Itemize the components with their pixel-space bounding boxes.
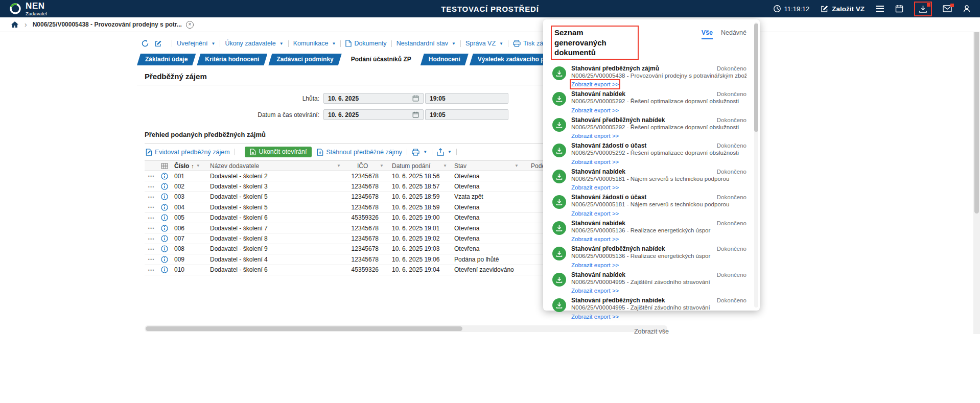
hamburger-icon <box>875 5 884 12</box>
show-export-link[interactable]: Zobrazit export >> <box>571 81 619 88</box>
home-icon[interactable] <box>11 21 19 28</box>
row-menu-icon[interactable]: ⋯ <box>145 172 158 180</box>
generated-doc-item: Stahování předběžných nabídek Dokončeno … <box>543 115 760 141</box>
header-cislo[interactable]: Číslo ↑ ▼ <box>171 162 207 170</box>
messages-button[interactable] <box>943 5 952 12</box>
header-ico[interactable]: IČO ▼ <box>344 162 387 170</box>
show-export-link[interactable]: Zobrazit export >> <box>571 132 619 139</box>
refresh-button[interactable] <box>141 39 149 48</box>
panel-scrollbar-thumb[interactable] <box>754 23 758 132</box>
tab[interactable]: Hodnocení <box>421 54 469 65</box>
info-icon[interactable] <box>158 225 171 232</box>
row-menu-icon[interactable]: ⋯ <box>145 235 158 243</box>
filter-caret-icon[interactable]: ▼ <box>443 163 450 168</box>
submission-date: 10. 6. 2025 18:56 <box>392 173 439 180</box>
ukoncit-oteviranie-button[interactable]: Ukončit otevírání <box>245 147 312 157</box>
caret-down-icon: ▼ <box>448 150 452 154</box>
doc-title: Stahování nabídek <box>571 168 625 175</box>
evidovat-button[interactable]: Evidovat předběžný zájem <box>146 149 230 156</box>
export-grid-button[interactable]: ▼ <box>437 148 452 156</box>
show-export-link[interactable]: Zobrazit export >> <box>571 210 619 217</box>
otevirani-date-field[interactable]: 10. 6. 2025 <box>323 109 424 120</box>
tab-vse[interactable]: Vše <box>702 29 713 39</box>
info-icon[interactable] <box>158 266 171 273</box>
show-export-link[interactable]: Zobrazit export >> <box>571 235 619 243</box>
calendar-icon[interactable] <box>412 111 419 118</box>
column-chooser-icon[interactable] <box>158 163 171 169</box>
row-menu-icon[interactable]: ⋯ <box>145 266 158 274</box>
info-icon[interactable] <box>158 235 171 242</box>
menu-ukony-zadavatele[interactable]: Úkony zadavatele ▼ <box>225 40 283 47</box>
show-export-link[interactable]: Zobrazit export >> <box>571 107 619 114</box>
show-export-link[interactable]: Zobrazit export >> <box>571 262 619 269</box>
calendar-button[interactable] <box>895 5 903 13</box>
nen-logo[interactable]: NEN Zadavatel <box>9 2 47 16</box>
tab[interactable]: Podání účastníků ZP <box>343 54 419 65</box>
tab-nedavne[interactable]: Nedávné <box>721 29 746 39</box>
download-doc-icon <box>317 149 323 156</box>
field-label-lhuta: Lhůta: <box>137 95 319 102</box>
ico-value: 12345678 <box>344 204 387 211</box>
filter-caret-icon[interactable]: ▼ <box>337 163 344 168</box>
header-nazev[interactable]: Název dodavatele ▼ <box>207 162 344 170</box>
row-menu-icon[interactable]: ⋯ <box>145 245 158 253</box>
filter-caret-icon[interactable]: ▼ <box>380 163 387 168</box>
menu-uverejneni[interactable]: Uveřejnění ▼ <box>177 40 215 47</box>
row-menu-icon[interactable]: ⋯ <box>145 193 158 201</box>
caret-down-icon: ▼ <box>211 41 215 46</box>
download-circle-icon <box>552 273 566 287</box>
vertical-scrollbar[interactable] <box>973 17 980 334</box>
info-icon[interactable] <box>158 214 171 221</box>
menu-label: Uveřejnění <box>177 40 207 47</box>
lhuta-time-field[interactable]: 19:05 <box>425 93 508 104</box>
horizontal-scrollbar-thumb[interactable] <box>146 326 462 331</box>
tab[interactable]: Kritéria hodnocení <box>197 54 267 65</box>
filter-caret-icon[interactable]: ▼ <box>515 163 522 168</box>
show-all-link[interactable]: Zobrazit vše <box>543 322 760 341</box>
info-icon[interactable] <box>158 204 171 211</box>
lhuta-date-field[interactable]: 10. 6. 2025 <box>323 93 424 104</box>
row-menu-icon[interactable]: ⋯ <box>145 183 158 191</box>
menu-komunikace[interactable]: Komunikace ▼ <box>293 40 336 47</box>
panel-scrollbar[interactable] <box>754 22 758 307</box>
info-icon[interactable] <box>158 183 171 190</box>
vertical-scrollbar-thumb[interactable] <box>974 19 979 214</box>
show-export-link[interactable]: Zobrazit export >> <box>571 184 619 191</box>
close-icon[interactable]: × <box>186 21 194 29</box>
show-export-link[interactable]: Zobrazit export >> <box>571 158 619 165</box>
cell-datum: 10. 6. 2025 19:03 <box>387 245 450 252</box>
show-export-link[interactable]: Zobrazit export >> <box>571 313 619 320</box>
header-datum[interactable]: Datum podání ▼ <box>387 162 450 170</box>
print-grid-button[interactable]: ▼ <box>412 149 427 156</box>
cell-cislo: 007 <box>171 235 207 242</box>
header-stav[interactable]: Stav ▼ <box>450 162 522 170</box>
info-icon[interactable] <box>158 193 171 200</box>
menu-nestandardni-stav[interactable]: Nestandardní stav ▼ <box>396 40 456 47</box>
info-icon[interactable] <box>158 245 171 252</box>
row-menu-icon[interactable]: ⋯ <box>145 255 158 263</box>
info-icon[interactable] <box>158 173 171 180</box>
user-button[interactable] <box>963 5 971 13</box>
stahnout-button[interactable]: Stáhnout předběžné zájmy <box>317 149 402 156</box>
show-export-link[interactable]: Zobrazit export >> <box>571 287 619 294</box>
tab[interactable]: Zadávací podmínky <box>268 54 341 65</box>
otevirani-time-field[interactable]: 19:05 <box>425 109 508 120</box>
filter-caret-icon[interactable]: ▼ <box>196 163 203 168</box>
breadcrumb-item[interactable]: N006/25/V00005438 - Provozování prodejny… <box>33 21 182 28</box>
info-icon[interactable] <box>158 256 171 263</box>
tab[interactable]: Základní údaje <box>137 54 196 65</box>
generated-documents-button[interactable] <box>914 2 932 16</box>
row-menu-icon[interactable]: ⋯ <box>145 224 158 232</box>
calendar-icon[interactable] <box>412 95 419 102</box>
edit-record-button[interactable] <box>154 40 162 48</box>
export-icon <box>437 148 444 156</box>
menu-button[interactable] <box>875 5 884 12</box>
create-vz-button[interactable]: Založit VZ <box>820 5 865 13</box>
row-menu-icon[interactable]: ⋯ <box>145 214 158 222</box>
menu-dokumenty[interactable]: Dokumenty <box>345 40 386 47</box>
cell-ico: 45359326 <box>344 266 387 273</box>
row-menu-icon[interactable]: ⋯ <box>145 203 158 211</box>
menu-sprava-vz[interactable]: Správa VZ ▼ <box>465 40 503 47</box>
ukoncit-label: Ukončit otevírání <box>259 148 307 155</box>
submission-date: 10. 6. 2025 19:06 <box>392 256 439 263</box>
